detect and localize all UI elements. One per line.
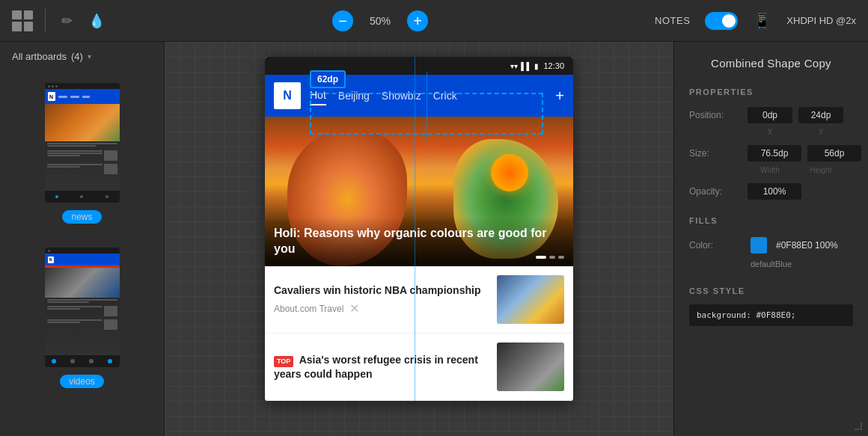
- size-width-field[interactable]: 76.5dp: [748, 145, 801, 162]
- opacity-row: Opacity: 100%: [674, 179, 868, 204]
- wifi-icon: ▾▾: [510, 62, 518, 70]
- hero-overlay: Holi: Reasons why organic colours are go…: [265, 217, 573, 266]
- sidebar-item-videos[interactable]: N: [6, 242, 158, 394]
- hero-dot-1: [536, 256, 546, 259]
- nav-tab-beijing[interactable]: Beijing: [338, 87, 370, 105]
- toolbar-center: − 50% +: [117, 10, 643, 31]
- position-sublabels: X Y: [733, 128, 868, 141]
- news-content-1: Cavaliers win historic NBA championship …: [274, 283, 488, 316]
- grid-icon[interactable]: [12, 10, 33, 31]
- status-icons: ▾▾ ▌▌ ▮: [510, 62, 539, 70]
- color-row: Color: #0F88E0 100%: [674, 231, 868, 260]
- position-y-field[interactable]: 24dp: [798, 107, 843, 123]
- color-label: Color:: [689, 240, 742, 251]
- zoom-out-button[interactable]: −: [332, 10, 353, 31]
- battery-icon: ▮: [534, 62, 539, 70]
- zoom-value: 50%: [365, 15, 395, 27]
- artboards-header[interactable]: All artboards (4) ▾: [0, 42, 164, 71]
- app-header: N Hot Beijing Showbiz Crick + 62dp: [265, 75, 573, 117]
- size-label: Size:: [689, 148, 742, 159]
- toolbar-right: NOTES 📱 XHDPI HD @2x: [655, 12, 856, 30]
- size-sublabels: Width Height: [733, 166, 868, 179]
- color-name: defaultBlue: [674, 260, 868, 274]
- fills-header: FILLS: [674, 210, 868, 231]
- news-thumb-img-1: [497, 275, 564, 324]
- news-item-1[interactable]: Cavaliers win historic NBA championship …: [265, 266, 573, 334]
- panel-title: Combined Shape Copy: [674, 42, 868, 82]
- notes-toggle[interactable]: [705, 12, 738, 30]
- vertical-guide: [415, 57, 415, 401]
- toolbar: ✏ 💧 − 50% + NOTES 📱 XHDPI HD @2x: [0, 0, 868, 42]
- size-row: Size: 76.5dp 56dp: [674, 141, 868, 166]
- news-title-1: Cavaliers win historic NBA championship: [274, 283, 488, 297]
- properties-header: PROPERTIES: [674, 82, 868, 102]
- drop-icon[interactable]: 💧: [88, 12, 106, 30]
- opacity-values: 100%: [748, 183, 853, 200]
- css-header: CSS STYLE: [674, 280, 868, 301]
- news-thumbnail-2: [497, 343, 564, 391]
- nav-tab-crick[interactable]: Crick: [433, 87, 457, 105]
- news-source-1: About.com Travel ✕: [274, 301, 488, 316]
- sidebar-item-label: news: [62, 210, 101, 224]
- phone-mockup: ▾▾ ▌▌ ▮ 12:30 N Hot Beijing Showbiz Cric…: [265, 57, 573, 401]
- main-area: All artboards (4) ▾ N: [0, 42, 868, 436]
- zoom-in-button[interactable]: +: [407, 10, 428, 31]
- toolbar-left: ✏ 💧: [12, 9, 106, 33]
- device-label: XHDPI HD @2x: [786, 15, 856, 26]
- tooltip-62dp: 62dp: [310, 70, 346, 88]
- artboards-label: All artboards: [12, 51, 67, 62]
- position-row: Position: 0dp 24dp: [674, 102, 868, 128]
- sidebar-item-news[interactable]: N: [6, 77, 158, 230]
- signal-icon: ▌▌: [521, 62, 531, 70]
- news-thumbnail-1: [497, 275, 564, 324]
- news-item-2[interactable]: TOP Asia's worst refugee crisis in recen…: [265, 334, 573, 401]
- time-display: 12:30: [543, 61, 564, 70]
- position-values: 0dp 24dp: [748, 107, 853, 123]
- position-x-field[interactable]: 0dp: [748, 107, 792, 123]
- sidebar-items: N: [0, 71, 164, 412]
- opacity-field[interactable]: 100%: [748, 183, 801, 200]
- nav-tab-hot[interactable]: Hot: [310, 86, 326, 105]
- top-badge: TOP: [274, 356, 293, 368]
- opacity-label: Opacity:: [689, 186, 742, 197]
- add-tab-button[interactable]: +: [555, 87, 564, 105]
- news-thumbnail: N: [45, 83, 120, 203]
- app-logo: N: [274, 82, 301, 109]
- news-title-2: TOP Asia's worst refugee crisis in recen…: [274, 353, 488, 381]
- hero-title: Holi: Reasons why organic colours are go…: [274, 226, 564, 257]
- hero-dot-2: [549, 256, 555, 259]
- canvas[interactable]: ▾▾ ▌▌ ▮ 12:30 N Hot Beijing Showbiz Cric…: [165, 42, 673, 436]
- size-height-field[interactable]: 56dp: [807, 145, 861, 162]
- color-swatch[interactable]: [751, 237, 767, 254]
- css-section: CSS STYLE background: #0F88E0;: [674, 280, 868, 335]
- size-values: 76.5dp 56dp: [748, 145, 861, 162]
- hero-dot-3: [558, 256, 564, 259]
- device-icon: 📱: [753, 12, 771, 30]
- news-thumb-img-2: [497, 343, 564, 391]
- pencil-icon[interactable]: ✏: [58, 12, 76, 30]
- left-sidebar: All artboards (4) ▾ N: [0, 42, 165, 436]
- css-code: background: #0F88E0;: [689, 304, 853, 326]
- artboards-count: (4): [71, 51, 83, 62]
- videos-thumbnail: N: [45, 248, 120, 367]
- toolbar-divider: [45, 9, 46, 33]
- position-label: Position:: [689, 110, 742, 120]
- news-content-2: TOP Asia's worst refugee crisis in recen…: [274, 353, 488, 381]
- hero-image: Holi: Reasons why organic colours are go…: [265, 117, 573, 266]
- notes-label: NOTES: [655, 15, 690, 26]
- resize-handle[interactable]: [855, 423, 862, 430]
- hero-dots: [536, 256, 564, 259]
- nav-tabs: Hot Beijing Showbiz Crick: [310, 86, 546, 105]
- sidebar-item-label: videos: [60, 375, 104, 388]
- color-value: #0F88E0 100%: [776, 240, 838, 251]
- right-panel: Combined Shape Copy PROPERTIES Position:…: [673, 42, 868, 436]
- flower-accent: [491, 154, 528, 191]
- chevron-down-icon: ▾: [88, 52, 91, 61]
- close-icon-1[interactable]: ✕: [349, 301, 359, 316]
- fills-section: FILLS Color: #0F88E0 100% defaultBlue: [674, 210, 868, 274]
